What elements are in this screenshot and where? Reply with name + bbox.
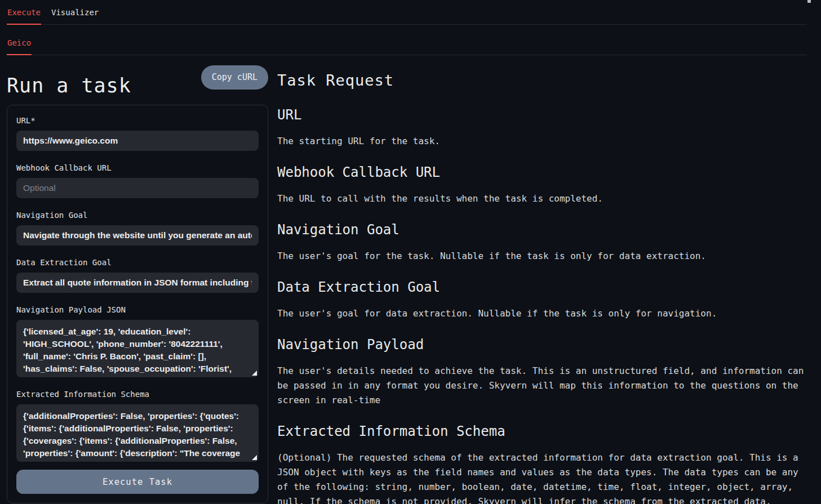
url-input[interactable] <box>16 131 259 151</box>
task-form-card: URL* Webhook Callback URL Navigation Goa… <box>7 105 268 503</box>
doc-heading: Extracted Information Schema <box>277 423 807 440</box>
data-extraction-goal-input[interactable] <box>16 273 259 293</box>
task-form-panel: Run a task Copy cURL URL* Webhook Callba… <box>7 55 268 503</box>
doc-section-navigation-payload: Navigation Payload The user's details ne… <box>277 336 807 408</box>
tab-execute[interactable]: Execute <box>7 0 41 25</box>
main-tabbar: Execute Visualizer <box>7 0 807 25</box>
sub-tabbar: Geico <box>7 30 807 55</box>
navigation-goal-label: Navigation Goal <box>16 211 259 219</box>
navigation-payload-label: Navigation Payload JSON <box>16 306 259 314</box>
doc-section-data-extraction-goal: Data Extraction Goal The user's goal for… <box>277 279 807 321</box>
copy-curl-button[interactable]: Copy cURL <box>201 65 268 90</box>
execute-task-button[interactable]: Execute Task <box>16 470 259 494</box>
task-request-docs: Task Request URL The starting URL for th… <box>277 55 807 504</box>
doc-section-navigation-goal: Navigation Goal The user's goal for the … <box>277 221 807 264</box>
navigation-goal-field-group: Navigation Goal <box>16 211 259 246</box>
doc-heading: Data Extraction Goal <box>277 279 807 296</box>
doc-section-webhook: Webhook Callback URL The URL to call wit… <box>277 164 807 206</box>
page-title: Run a task <box>7 65 131 97</box>
doc-heading: Webhook Callback URL <box>277 164 807 181</box>
doc-body: The user's goal for data extraction. Nul… <box>277 306 807 321</box>
navigation-payload-textarea[interactable]: {'licensed_at_age': 19, 'education_level… <box>16 320 259 377</box>
webhook-label: Webhook Callback URL <box>16 164 259 172</box>
docs-title: Task Request <box>277 72 807 90</box>
extracted-schema-field-group: Extracted Information Schema {'additiona… <box>16 390 259 462</box>
data-extraction-goal-label: Data Extraction Goal <box>16 258 259 266</box>
extracted-schema-label: Extracted Information Schema <box>16 390 259 398</box>
doc-body: (Optional) The requested schema of the e… <box>277 451 807 504</box>
url-field-group: URL* <box>16 117 259 151</box>
doc-body: The URL to call with the results when th… <box>277 191 807 206</box>
webhook-field-group: Webhook Callback URL <box>16 164 259 198</box>
task-form-header: Run a task Copy cURL <box>7 65 268 97</box>
doc-section-extracted-schema: Extracted Information Schema (Optional) … <box>277 423 807 504</box>
doc-heading: Navigation Goal <box>277 221 807 238</box>
extracted-schema-textarea[interactable]: {'additionalProperties': False, 'propert… <box>16 404 259 462</box>
tab-geico[interactable]: Geico <box>7 30 32 55</box>
doc-heading: URL <box>277 106 807 123</box>
navigation-goal-input[interactable] <box>16 225 259 246</box>
resize-handle-icon[interactable] <box>252 371 257 376</box>
doc-body: The user's goal for the task. Nullable i… <box>277 249 807 264</box>
navigation-payload-field-group: Navigation Payload JSON {'licensed_at_ag… <box>16 306 259 377</box>
doc-body: The user's details needed to achieve the… <box>277 364 807 408</box>
tab-visualizer[interactable]: Visualizer <box>51 0 99 25</box>
scrollbar-thumb[interactable] <box>807 0 811 3</box>
data-extraction-goal-field-group: Data Extraction Goal <box>16 258 259 293</box>
doc-body: The starting URL for the task. <box>277 134 807 149</box>
url-label: URL* <box>16 117 259 124</box>
webhook-input[interactable] <box>16 178 259 198</box>
doc-section-url: URL The starting URL for the task. <box>277 106 807 149</box>
resize-handle-icon[interactable] <box>252 455 257 460</box>
doc-heading: Navigation Payload <box>277 336 807 353</box>
